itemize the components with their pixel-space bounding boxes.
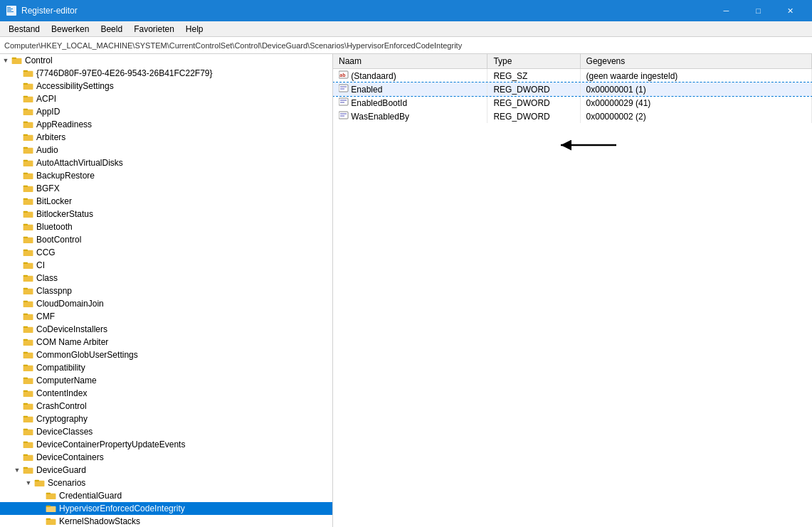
tree-panel[interactable]: ▼ Control {7746D80F-97E0-4E26-9543-26B41…: [0, 54, 333, 527]
expander-appid[interactable]: [11, 106, 23, 117]
expander-devicecontainer[interactable]: [11, 439, 23, 450]
expander-autoattach[interactable]: [11, 157, 23, 169]
tree-item-kernelshadow[interactable]: KernelShadowStacks: [0, 515, 332, 527]
menu-favorieten[interactable]: Favorieten: [128, 23, 180, 36]
tree-item-audio[interactable]: Audio: [0, 144, 332, 156]
tree-item-cmf[interactable]: CMF: [0, 310, 332, 323]
tree-item-control[interactable]: ▼ Control: [0, 54, 332, 67]
tree-item-deviceclasses[interactable]: DeviceClasses: [0, 425, 332, 438]
expander-comname[interactable]: [11, 336, 23, 348]
tree-item-credentialguard[interactable]: CredentialGuard: [0, 489, 332, 502]
expander-devicecontainers[interactable]: [11, 452, 23, 463]
expander-scenarios[interactable]: ▼: [23, 477, 34, 489]
expander-deviceguard[interactable]: ▼: [11, 464, 23, 476]
tree-item-crashcontrol[interactable]: CrashControl: [0, 400, 332, 412]
svg-rect-7: [13, 60, 21, 64]
expander-contentindex[interactable]: [11, 388, 23, 399]
expander-ccg[interactable]: [11, 247, 23, 258]
tree-item-devicecontainer[interactable]: DeviceContainerPropertyUpdateEvents: [0, 438, 332, 451]
tree-item-devicecontainers[interactable]: DeviceContainers: [0, 451, 332, 464]
expander-audio[interactable]: [11, 144, 23, 156]
tree-item-bitlockerstatus[interactable]: BitlockerStatus: [0, 208, 332, 220]
expander-bitlockerstatus[interactable]: [11, 208, 23, 220]
tree-label-devicecontainer: DeviceContainerPropertyUpdateEvents: [36, 440, 185, 449]
folder-icon-commonglobuser: [23, 351, 34, 359]
tree-item-contentindex[interactable]: ContentIndex: [0, 387, 332, 400]
maximize-button[interactable]: □: [742, 0, 774, 21]
tree-item-clouddomainjoin[interactable]: CloudDomainJoin: [0, 297, 332, 310]
expander-arbiters[interactable]: [11, 132, 23, 143]
svg-rect-74: [35, 480, 39, 481]
svg-rect-40: [23, 276, 33, 282]
tree-item-backuprestore[interactable]: BackupRestore: [0, 169, 332, 182]
tree-item-appreadiness[interactable]: AppReadiness: [0, 118, 332, 131]
tree-item-bgfx[interactable]: BGFX: [0, 182, 332, 195]
tree-item-hypervisor[interactable]: HypervisorEnforcedCodeIntegrity: [0, 502, 332, 515]
menu-bewerken[interactable]: Bewerken: [46, 23, 95, 36]
expander-cryptography[interactable]: [11, 413, 23, 425]
folder-icon-backuprestore: [23, 171, 34, 180]
tree-item-comname[interactable]: COM Name Arbiter: [0, 336, 332, 348]
expander-cmf[interactable]: [11, 311, 23, 322]
tree-item-arbiters[interactable]: Arbiters: [0, 131, 332, 144]
reg-type-0: REG_SZ: [487, 69, 580, 83]
tree-item-autoattach[interactable]: AutoAttachVirtualDisks: [0, 156, 332, 169]
tree-item-ci[interactable]: CI: [0, 259, 332, 272]
close-button[interactable]: ✕: [774, 0, 806, 21]
expander-bootcontrol[interactable]: [11, 234, 23, 245]
expander-hypervisor[interactable]: [34, 503, 46, 514]
table-row[interactable]: WasEnabledByREG_DWORD0x00000002 (2): [333, 110, 812, 123]
expander-compatibility[interactable]: [11, 362, 23, 373]
expander-kernelshadow[interactable]: [34, 516, 46, 527]
tree-label-guid: {7746D80F-97E0-4E26-9543-26B41FC22F79}: [36, 68, 213, 78]
tree-item-compatibility[interactable]: Compatibility: [0, 361, 332, 374]
svg-rect-43: [23, 288, 28, 289]
expander-bgfx[interactable]: [11, 183, 23, 194]
tree-item-appid[interactable]: AppID: [0, 105, 332, 118]
expander-deviceclasses[interactable]: [11, 426, 23, 437]
tree-item-acpi[interactable]: ACPI: [0, 92, 332, 105]
tree-item-computername[interactable]: ComputerName: [0, 374, 332, 387]
expander-commonglobuser[interactable]: [11, 349, 23, 361]
expander-codeviceinstallers[interactable]: [11, 324, 23, 335]
tree-item-cryptography[interactable]: Cryptography: [0, 412, 332, 425]
tree-item-scenarios[interactable]: ▼ Scenarios: [0, 477, 332, 489]
table-row[interactable]: EnabledREG_DWORD0x00000001 (1): [333, 82, 812, 96]
tree-item-bitlocker[interactable]: BitLocker: [0, 195, 332, 208]
expander-ci[interactable]: [11, 260, 23, 271]
tree-item-commonglobuser[interactable]: CommonGlobUserSettings: [0, 348, 332, 361]
expander-bluetooth[interactable]: [11, 221, 23, 233]
expander-class[interactable]: [11, 272, 23, 284]
minimize-button[interactable]: ─: [710, 0, 742, 21]
expander-appreadiness[interactable]: [11, 119, 23, 130]
tree-item-bootcontrol[interactable]: BootControl: [0, 233, 332, 246]
tree-item-codeviceinstallers[interactable]: CoDeviceInstallers: [0, 323, 332, 336]
col-gegevens: Gegevens: [580, 54, 811, 69]
expander-crashcontrol[interactable]: [11, 400, 23, 412]
expander-backuprestore[interactable]: [11, 170, 23, 181]
tree-item-ccg[interactable]: CCG: [0, 246, 332, 259]
expander-credentialguard[interactable]: [34, 490, 46, 501]
tree-item-guid[interactable]: {7746D80F-97E0-4E26-9543-26B41FC22F79}: [0, 67, 332, 80]
table-row[interactable]: EnabledBootIdREG_DWORD0x00000029 (41): [333, 96, 812, 110]
menu-help[interactable]: Help: [180, 23, 209, 36]
tree-item-deviceguard[interactable]: ▼ DeviceGuard: [0, 464, 332, 477]
expander-guid[interactable]: [11, 68, 23, 79]
svg-rect-72: [24, 469, 33, 474]
expander-accessibility[interactable]: [11, 80, 23, 92]
expander-control[interactable]: ▼: [0, 55, 11, 66]
menu-bestand[interactable]: Bestand: [3, 23, 46, 36]
tree-item-bluetooth[interactable]: Bluetooth: [0, 220, 332, 233]
tree-item-accessibility[interactable]: AccessibilitySettings: [0, 80, 332, 92]
menu-beeld[interactable]: Beeld: [95, 23, 128, 36]
expander-acpi[interactable]: [11, 93, 23, 105]
expander-classpnp[interactable]: [11, 285, 23, 297]
expander-computername[interactable]: [11, 375, 23, 386]
folder-icon-bootcontrol: [23, 235, 34, 244]
expander-clouddomainjoin[interactable]: [11, 298, 23, 309]
expander-bitlocker[interactable]: [11, 196, 23, 207]
tree-item-class[interactable]: Class: [0, 272, 332, 284]
svg-rect-63: [23, 416, 28, 417]
table-row[interactable]: ab (Standaard)REG_SZ(geen waarde ingeste…: [333, 69, 812, 83]
tree-item-classpnp[interactable]: Classpnp: [0, 284, 332, 297]
